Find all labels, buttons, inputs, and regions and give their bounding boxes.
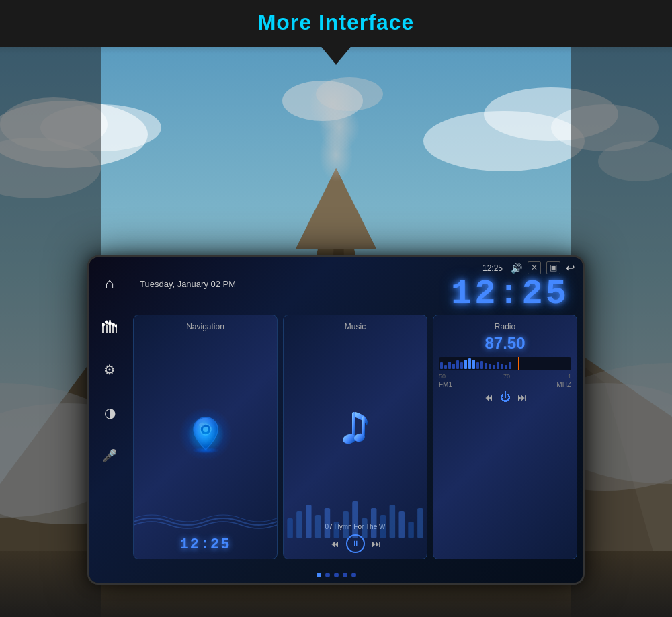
status-time: 12:25 [482,263,503,273]
datetime-area: Tuesday, January 02 PM 12:25 [133,278,583,290]
dot-3[interactable] [334,573,339,577]
radio-controls: ⏮ ⏻ ⏭ [484,391,527,403]
svg-rect-53 [380,515,386,538]
svg-rect-29 [102,325,104,333]
radio-scale-labels: 50 70 1 [439,373,571,380]
page-title: More Interface [0,10,672,35]
radio-band-info: FM1 MHZ [439,381,571,388]
dot-2[interactable] [325,573,330,577]
back-icon[interactable]: ↩ [566,261,575,274]
dot-5[interactable] [351,573,356,577]
radio-card-title: Radio [495,322,515,331]
prev-button[interactable]: ⏮ [330,538,339,549]
radio-card[interactable]: Radio 87.50 [433,315,577,559]
radio-unit: MHZ [556,381,571,388]
svg-rect-58 [352,412,355,438]
svg-point-37 [108,322,112,325]
close-icon[interactable]: ✕ [528,261,541,274]
radio-next-button[interactable]: ⏭ [517,392,527,403]
svg-rect-47 [325,508,331,538]
radio-label-50: 50 [439,373,446,380]
svg-point-38 [112,323,115,327]
navigation-card[interactable]: Navigation [133,315,278,559]
radio-label-1: 1 [568,373,571,380]
window-icon[interactable]: ▣ [546,261,560,274]
svg-rect-43 [287,518,293,538]
svg-rect-57 [417,508,423,538]
music-card-title: Music [345,322,366,331]
device-frame: 12:25 🔊 ✕ ▣ ↩ ⌂ [87,255,585,585]
svg-rect-56 [408,522,414,538]
svg-point-35 [102,323,105,327]
radio-tuner-bar [439,357,571,370]
cards-row: Navigation [133,315,577,559]
nav-card-title: Navigation [186,322,224,331]
radio-label-70: 70 [503,373,510,380]
svg-rect-46 [315,515,321,538]
header-section: More Interface [0,0,672,40]
music-note-area [333,334,377,523]
device-screen: 12:25 🔊 ✕ ▣ ↩ ⌂ [89,257,583,583]
triangle-pointer [316,40,356,65]
date-display: Tuesday, January 02 PM [133,279,236,289]
music-note-icon [333,407,377,450]
settings-icon[interactable]: ⚙ [93,353,126,386]
contrast-icon[interactable]: ◑ [93,396,126,429]
svg-rect-55 [398,511,405,538]
nav-clock: 12:25 [179,536,230,553]
nav-icon-area [191,334,220,534]
svg-rect-45 [306,505,312,538]
home-icon[interactable]: ⌂ [93,267,126,300]
radio-scale [439,357,571,370]
svg-rect-44 [296,511,302,538]
dot-4[interactable] [343,573,347,577]
radio-prev-button[interactable]: ⏮ [484,392,493,403]
microphone-icon[interactable]: 🎤 [93,439,126,472]
radio-indicator [518,357,519,370]
pagination-dots [89,573,583,577]
left-sidebar: ⌂ ⚙ ◑ 🎤 [89,257,130,583]
digital-clock: 12:25 [451,274,569,314]
music-card[interactable]: Music [283,315,427,559]
svg-rect-48 [334,522,340,538]
radio-power-button[interactable]: ⏻ [500,391,511,403]
next-button[interactable]: ⏭ [372,538,381,549]
svg-point-36 [105,321,108,324]
equalizer-icon[interactable] [93,310,126,343]
volume-icon[interactable]: 🔊 [511,263,522,274]
svg-rect-60 [362,416,365,436]
svg-rect-54 [390,505,396,538]
radio-band-label: FM1 [439,381,452,388]
dot-1[interactable] [317,573,321,577]
radio-frequency: 87.50 [485,334,525,353]
